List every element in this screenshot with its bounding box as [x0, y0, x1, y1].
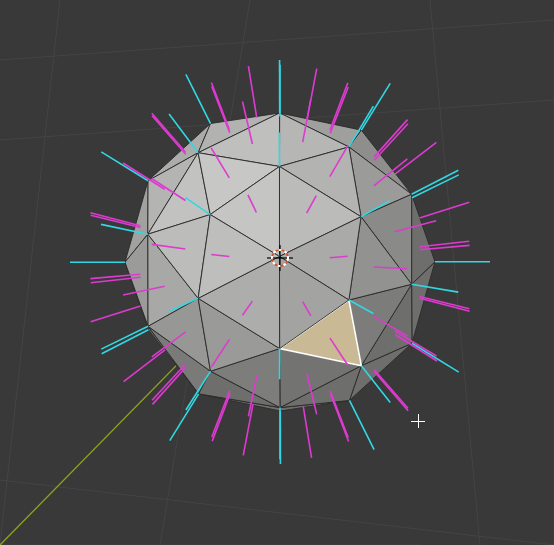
face-normal — [395, 142, 436, 174]
svg-line-2 — [0, 480, 554, 545]
face-normal — [90, 213, 140, 226]
vertex-normal — [349, 400, 374, 449]
face-normal — [212, 394, 230, 441]
face-normal — [243, 404, 253, 455]
viewport-canvas[interactable] — [0, 0, 554, 545]
3d-viewport[interactable] — [0, 0, 554, 545]
mesh-face[interactable] — [125, 234, 148, 326]
face-normal — [374, 372, 408, 411]
face-normal — [248, 66, 256, 118]
vertex-normal — [101, 326, 148, 349]
vertex-normal — [412, 175, 459, 198]
vertex-normal — [186, 74, 211, 123]
svg-line-0 — [0, 20, 554, 60]
vertex-normal — [169, 114, 198, 153]
face-normal — [420, 296, 470, 308]
vertex-normal — [101, 152, 148, 181]
vertex-normal — [361, 83, 390, 130]
face-normal — [374, 124, 408, 160]
face-normal — [420, 202, 470, 218]
svg-line-6 — [430, 0, 480, 545]
face-normal — [420, 298, 470, 311]
face-normal — [124, 350, 165, 382]
svg-line-4 — [0, 0, 60, 545]
face-normal — [152, 113, 186, 152]
vertex-normal — [102, 330, 149, 354]
face-normal — [91, 215, 141, 227]
face-normal — [91, 306, 141, 322]
face-normal — [374, 120, 408, 157]
vertex-normal — [412, 170, 459, 194]
vertex-normal — [412, 343, 459, 372]
face-normal — [303, 406, 311, 458]
face-normal — [152, 364, 186, 400]
face-normal — [152, 116, 186, 155]
face-normal — [330, 83, 348, 130]
